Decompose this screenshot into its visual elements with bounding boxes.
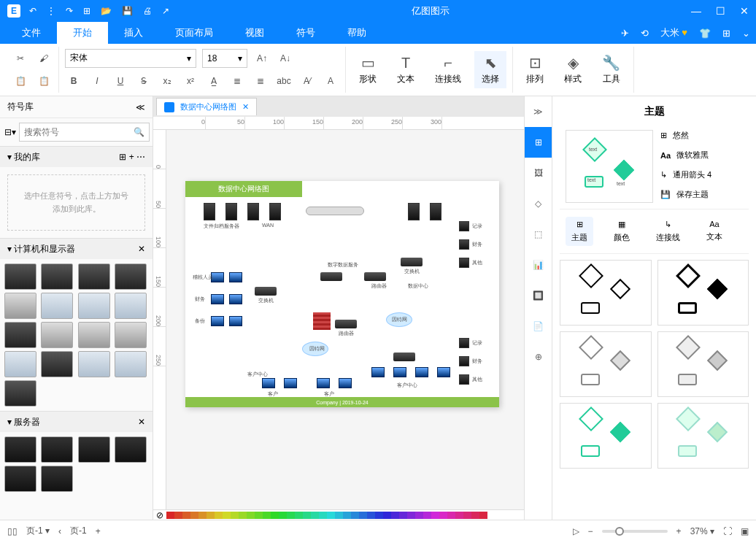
page-layout-icon[interactable]: ▯▯ [7, 526, 18, 536]
node-router[interactable] [335, 320, 357, 328]
menu-view[interactable]: 视图 [229, 22, 280, 44]
symbol-display[interactable] [78, 351, 110, 377]
user-name[interactable]: 大米 ♥ [660, 26, 687, 39]
font-color-button[interactable]: A̲ [205, 72, 223, 90]
align-button[interactable]: ≣ [252, 72, 269, 90]
save-icon[interactable]: 💾 [122, 6, 133, 16]
menu-symbol[interactable]: 符号 [280, 22, 331, 44]
color-swatch[interactable] [431, 512, 439, 519]
font-style-button[interactable]: A [322, 72, 339, 90]
zoom-slider[interactable] [602, 530, 668, 533]
close-section-icon[interactable]: ✕ [138, 244, 145, 254]
undo-icon[interactable]: ↶ [29, 6, 36, 16]
text-tool[interactable]: T文本 [390, 52, 422, 88]
symbol-tablet[interactable] [4, 351, 36, 377]
subscript-button[interactable]: x₂ [158, 72, 176, 90]
image-panel-icon[interactable]: 🖼 [525, 158, 552, 188]
style-tool[interactable]: ◈样式 [557, 51, 589, 88]
color-swatch[interactable] [383, 512, 391, 519]
color-swatch[interactable] [439, 512, 447, 519]
node-server[interactable] [204, 203, 215, 220]
node-pc[interactable] [229, 316, 242, 326]
highlight-button[interactable]: A⁄ [298, 72, 316, 90]
node-firewall[interactable] [313, 312, 331, 330]
arrange-tool[interactable]: ⊡排列 [519, 51, 551, 88]
font-decrease-button[interactable]: A↓ [277, 50, 294, 67]
node-pc[interactable] [211, 294, 224, 304]
symbol-server[interactable] [115, 436, 147, 463]
color-swatch[interactable] [423, 512, 431, 519]
node-switch[interactable] [401, 258, 423, 266]
node-pc[interactable] [393, 367, 406, 377]
theme-arrow-row[interactable]: ↳通用箭头 4 [660, 169, 743, 180]
symbol-server[interactable] [78, 436, 110, 463]
color-swatch[interactable] [375, 512, 383, 519]
search-field[interactable] [24, 127, 134, 137]
layers-panel-icon[interactable]: ◇ [525, 188, 552, 219]
fullscreen-icon[interactable]: ▣ [741, 526, 749, 536]
symbol-server[interactable] [4, 436, 36, 463]
close-section-icon[interactable]: ✕ [138, 417, 145, 427]
color-swatch[interactable] [391, 512, 399, 519]
node-server[interactable] [225, 203, 237, 220]
color-swatch[interactable] [455, 512, 463, 519]
theme-tab-theme[interactable]: ⊞主题 [566, 217, 593, 246]
color-swatch[interactable] [271, 512, 279, 519]
diagram-page[interactable]: 数据中心网络图 文件归档服务器 WAN [185, 181, 499, 407]
format-painter-button[interactable]: 🖌 [35, 50, 53, 67]
symbol-server[interactable] [4, 466, 36, 492]
node-router[interactable] [364, 272, 386, 281]
computers-header[interactable]: ▾ 计算机和显示器 ✕ [0, 239, 153, 259]
search-icon[interactable]: 🔍 [134, 127, 144, 137]
symbol-tower[interactable] [41, 322, 73, 348]
color-swatch[interactable] [319, 512, 327, 519]
color-swatch[interactable] [415, 512, 423, 519]
color-swatch[interactable] [255, 512, 263, 519]
theme-icon[interactable]: 👕 [699, 28, 711, 39]
paste-button[interactable]: 📋 [35, 72, 53, 90]
color-swatch[interactable] [399, 512, 407, 519]
connector-tool[interactable]: ⌐连接线 [428, 52, 468, 88]
theme-tab-connector[interactable]: ↳连接线 [650, 217, 686, 246]
text-case-button[interactable]: abc [275, 72, 293, 90]
servers-header[interactable]: ▾ 服务器 ✕ [0, 412, 153, 432]
node-pc[interactable] [229, 272, 242, 282]
color-swatch[interactable] [166, 512, 174, 519]
canvas[interactable]: 数据中心网络图 文件归档服务器 WAN [166, 130, 524, 509]
italic-button[interactable]: I [88, 72, 106, 90]
font-increase-button[interactable]: A↑ [253, 50, 271, 67]
color-swatch[interactable] [327, 512, 335, 519]
node-rack[interactable] [459, 374, 469, 385]
node-pc[interactable] [317, 378, 330, 388]
node-rack[interactable] [459, 258, 469, 268]
strikethrough-button[interactable]: S̶ [135, 72, 153, 90]
page-panel-icon[interactable]: 📄 [525, 311, 552, 342]
print-icon[interactable]: 🖨 [143, 6, 152, 16]
color-swatch[interactable] [198, 512, 207, 519]
symbol-tablet[interactable] [41, 351, 73, 377]
theme-card[interactable] [560, 403, 652, 469]
font-size-select[interactable]: 18▾ [202, 49, 247, 68]
select-tool[interactable]: ⬉选择 [474, 51, 506, 88]
prev-page-button[interactable]: ‹ [58, 526, 61, 536]
list-button[interactable]: ≣ [228, 72, 246, 90]
palette-no-color[interactable]: ⊘ [156, 510, 166, 520]
menu-help[interactable]: 帮助 [331, 22, 382, 44]
node-switch[interactable] [255, 287, 277, 296]
more-icon[interactable]: ⋯ [136, 152, 145, 162]
menu-page-layout[interactable]: 页面布局 [159, 22, 229, 44]
color-swatch[interactable] [239, 512, 247, 519]
cut-button[interactable]: ✂ [12, 50, 29, 67]
superscript-button[interactable]: x² [182, 72, 199, 90]
zoom-in-button[interactable]: + [676, 526, 682, 536]
shape-tool[interactable]: ▭形状 [352, 51, 384, 88]
color-swatch[interactable] [351, 512, 359, 519]
close-tab-icon[interactable]: ✕ [242, 102, 249, 112]
outline-panel-icon[interactable]: ⬚ [525, 219, 552, 250]
symbol-monitor[interactable] [78, 263, 110, 290]
symbol-desktop[interactable] [115, 263, 147, 290]
app-logo[interactable]: E [7, 4, 20, 18]
send-icon[interactable]: ✈ [621, 28, 629, 39]
theme-card[interactable] [560, 260, 652, 326]
color-swatch[interactable] [367, 512, 375, 519]
